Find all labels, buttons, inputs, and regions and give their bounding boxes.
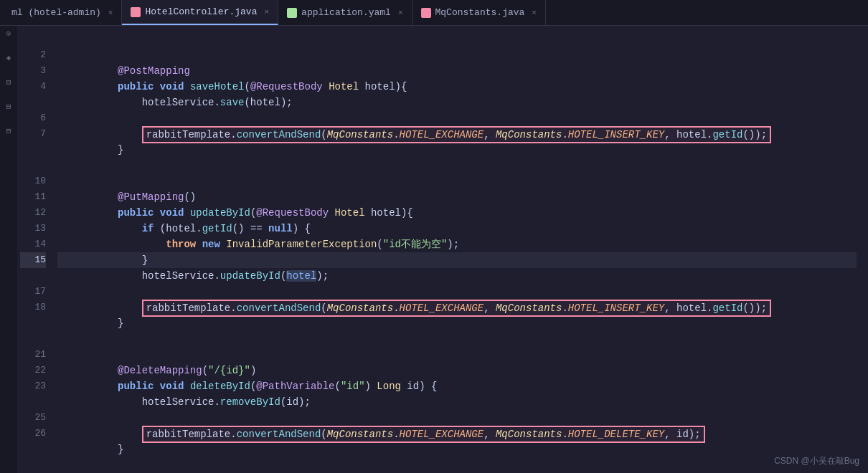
line-numbers: 2 3 4 6 7 10 11 12 13 14 15 17 18 21 22 … [17,26,52,473]
tab-hotel-controller-label: HotelController.java [145,6,257,17]
yaml-icon [287,8,297,18]
line-num-8 [20,142,46,158]
line-num-18: 18 [20,300,46,315]
line-num-3: 3 [20,63,46,79]
line-num-19 [20,315,46,331]
tab-mq-constants-close[interactable]: × [532,9,537,17]
tab-mq-constants-label: MqConstants.java [435,7,525,18]
fold-icon[interactable]: ⊟ [3,77,14,89]
line-num-10: 10 [20,173,46,189]
line-num-13: 13 [20,221,46,236]
line-num-14: 14 [20,236,46,252]
line-num-25: 25 [20,410,46,426]
tab-hotel-controller[interactable]: HotelController.java × [122,0,278,25]
fold-icon-3[interactable]: ⊟ [3,126,14,138]
tab-bar: ml (hotel-admin) × HotelController.java … [0,0,868,26]
code-line-2: @PostMapping [57,47,857,63]
tab-hotel-admin-close[interactable]: × [108,9,113,17]
line-num-5 [20,95,46,110]
line-num-12: 12 [20,205,46,221]
code-content: @PostMapping public void saveHotel(@Requ… [52,26,868,473]
tab-application-yaml[interactable]: application.yaml × [278,0,412,25]
code-line-20 [57,331,857,347]
code-line-6: rabbitTemplate.convertAndSend(MqConstant… [57,110,857,126]
line-num-2: 2 [20,47,46,63]
line-num-23: 23 [20,378,46,394]
line-num-9 [20,158,46,173]
watermark: CSDN @小吴在敲Bug [774,455,859,467]
line-num-20 [20,331,46,347]
mq-constants-java-icon [421,8,431,18]
line-num-15: 15 [20,252,46,268]
line-num-24 [20,394,46,410]
code-line-10: @PutMapping() [57,173,857,189]
code-line-9 [57,158,857,173]
line-num-17: 17 [20,284,46,300]
line-num-11: 11 [20,189,46,205]
fold-icon-2[interactable]: ⊟ [3,102,14,113]
code-line-8 [57,142,857,158]
tab-hotel-controller-close[interactable]: × [264,8,269,16]
code-line-15: hotelService.updateById(hotel); [57,252,857,268]
code-line-25: rabbitTemplate.convertAndSend(MqConstant… [57,410,857,426]
line-num-1 [20,32,46,47]
breakpoint-icon[interactable]: ⊙ [3,29,14,40]
tab-hotel-admin[interactable]: ml (hotel-admin) × [3,0,122,25]
tab-hotel-admin-label: ml (hotel-admin) [11,7,101,18]
line-num-16 [20,268,46,284]
line-num-7: 7 [20,126,46,142]
annotation-postmapping: @PostMapping [93,65,189,77]
code-area: ⊙ ◈ ⊟ ⊟ ⊟ 2 3 4 6 7 10 11 12 13 14 15 17… [0,26,868,473]
tab-application-yaml-label: application.yaml [301,7,391,18]
line-num-26: 26 [20,426,46,441]
tab-application-yaml-close[interactable]: × [398,9,403,17]
java-icon [131,7,141,17]
code-line-21: @DeleteMapping("/{id}") [57,347,857,363]
line-num-22: 22 [20,363,46,378]
code-line-1 [57,32,857,47]
line-num-21: 21 [20,347,46,363]
bookmark-icon[interactable]: ◈ [3,53,14,64]
line-num-4: 4 [20,79,46,95]
side-icons: ⊙ ◈ ⊟ ⊟ ⊟ [0,26,17,473]
line-num-6: 6 [20,110,46,126]
tab-mq-constants[interactable]: MqConstants.java × [412,0,546,25]
code-line-19 [57,315,857,331]
code-line-17: rabbitTemplate.convertAndSend(MqConstant… [57,284,857,300]
